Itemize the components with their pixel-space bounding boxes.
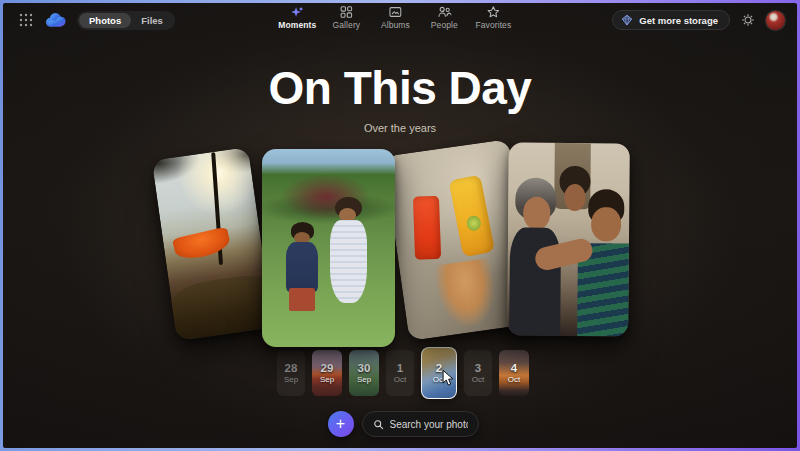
- tab-favorites-label: Favorites: [475, 20, 511, 30]
- date-month: Oct: [508, 375, 520, 384]
- search-icon: [373, 419, 384, 430]
- boy2-face-shape: [591, 207, 620, 242]
- date-month: Oct: [472, 375, 484, 384]
- date-day: 30: [358, 362, 371, 374]
- settings-gear-icon[interactable]: [741, 13, 755, 27]
- family-selfie-photo[interactable]: [507, 142, 630, 336]
- onedrive-cloud-icon[interactable]: [42, 11, 68, 29]
- hands-shape: [435, 258, 499, 328]
- toggle-files[interactable]: Files: [131, 13, 173, 28]
- date-tile-3-oct[interactable]: 3 Oct: [464, 350, 492, 396]
- album-frame-icon: [388, 5, 402, 19]
- page-subtitle: Over the years: [3, 122, 797, 134]
- date-day: 3: [475, 362, 481, 374]
- date-tile-29-sep[interactable]: 29 Sep: [312, 350, 342, 396]
- photo-strip: [3, 141, 797, 353]
- date-month: Oct: [433, 375, 445, 384]
- mom-face-shape: [523, 197, 551, 230]
- page-title: On This Day: [3, 61, 797, 115]
- tab-gallery[interactable]: Gallery: [328, 5, 364, 30]
- tab-albums-label: Albums: [381, 20, 410, 30]
- topbar-left: Photos Files: [19, 3, 175, 37]
- get-more-storage-button[interactable]: Get more storage: [612, 10, 730, 30]
- photos-files-toggle: Photos Files: [77, 11, 175, 30]
- onedrive-photos-app: Photos Files Moments: [3, 3, 797, 448]
- girl-dress-shape: [330, 220, 367, 303]
- star-icon: [486, 5, 500, 19]
- date-month: Sep: [320, 375, 334, 384]
- date-selector: 28 Sep 29 Sep 30 Sep 1 Oct 2 Oct: [3, 345, 797, 401]
- kid-face-shape: [564, 183, 586, 210]
- search-row: +: [3, 409, 797, 439]
- main-tabs: Moments Gallery: [279, 5, 511, 30]
- tab-gallery-label: Gallery: [333, 20, 361, 30]
- date-day: 1: [397, 362, 403, 374]
- tab-favorites[interactable]: Favorites: [475, 5, 511, 30]
- top-bar: Photos Files Moments: [3, 3, 797, 37]
- tab-people[interactable]: People: [426, 5, 462, 30]
- storage-button-label: Get more storage: [639, 15, 718, 26]
- tab-moments[interactable]: Moments: [279, 5, 315, 30]
- date-month: Sep: [357, 375, 371, 384]
- tab-people-label: People: [431, 20, 458, 30]
- date-month: Sep: [284, 375, 298, 384]
- boy-shirt-shape: [286, 242, 318, 292]
- toggle-photos[interactable]: Photos: [79, 13, 131, 28]
- diamond-icon: [621, 14, 633, 26]
- date-day: 4: [511, 362, 517, 374]
- tab-albums[interactable]: Albums: [377, 5, 413, 30]
- user-avatar[interactable]: [766, 11, 785, 30]
- hammock-shape: [172, 227, 232, 263]
- date-day: 28: [285, 362, 298, 374]
- date-day: 29: [321, 362, 334, 374]
- date-tile-28-sep[interactable]: 28 Sep: [277, 350, 305, 396]
- people-icon: [437, 5, 451, 19]
- red-popsicle-shape: [413, 195, 442, 259]
- date-month: Oct: [394, 375, 406, 384]
- search-bar[interactable]: [362, 411, 479, 437]
- date-tile-2-oct[interactable]: 2 Oct: [421, 347, 457, 399]
- mom-top-shape: [510, 227, 562, 336]
- kids-peace-photo[interactable]: [262, 149, 395, 347]
- app-launcher-icon[interactable]: [19, 13, 33, 27]
- topbar-right: Get more storage: [612, 3, 785, 37]
- sparkles-icon: [290, 5, 304, 19]
- add-button[interactable]: +: [328, 411, 354, 437]
- gradient-frame: Photos Files Moments: [0, 0, 800, 451]
- boy-shorts-shape: [289, 288, 316, 312]
- date-day: 2: [436, 362, 442, 374]
- gallery-grid-icon: [339, 5, 353, 19]
- search-input[interactable]: [390, 419, 468, 430]
- date-tile-4-oct[interactable]: 4 Oct: [499, 350, 529, 396]
- date-tile-1-oct[interactable]: 1 Oct: [386, 350, 414, 396]
- date-tile-30-sep[interactable]: 30 Sep: [349, 350, 379, 396]
- tab-moments-label: Moments: [278, 20, 316, 30]
- rock-shape: [164, 272, 273, 341]
- hammock-photo[interactable]: [152, 147, 273, 341]
